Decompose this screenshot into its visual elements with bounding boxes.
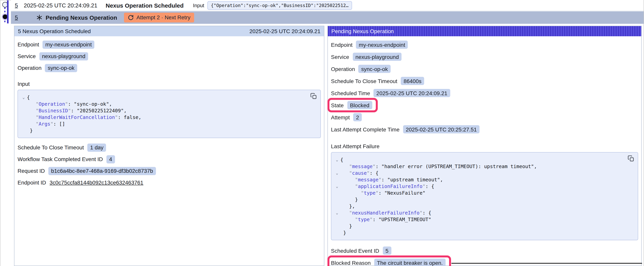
code-text: }: [27, 127, 33, 134]
field-row-operation: Operationsync-op-ok: [18, 62, 77, 74]
field-label: Scheduled Event ID: [331, 247, 379, 254]
copy-icon[interactable]: [310, 93, 317, 99]
field-row-operation: Operationsync-op-ok: [331, 63, 390, 75]
panel-title: Pending Nexus Operation: [331, 28, 394, 34]
code-gutter: [20, 127, 27, 134]
collapse-chevron-icon[interactable]: ⌄: [334, 209, 340, 216]
code-text: "BusinessID": "20250225122409",: [27, 107, 127, 114]
code-text: {: [27, 94, 30, 101]
code-line: "type": "NexusFailure": [334, 190, 627, 196]
field-label: Schedule To Close Timeout: [18, 144, 84, 151]
scheduled-panel-header: 5 Nexus Operation Scheduled 2025-02-25 U…: [14, 26, 324, 36]
field-value-chip: 2025-02-25 UTC 20:25:27.51: [403, 125, 480, 133]
field-row-endpoint: Endpointmy-nexus-endpoint: [18, 39, 94, 50]
event-id-link[interactable]: 5: [15, 15, 18, 21]
code-text: "cause": {: [340, 170, 378, 176]
code-gutter: [334, 163, 340, 170]
timeline-current-dot-icon: [2, 15, 7, 19]
code-text: {: [340, 156, 343, 163]
code-text: "HandlerWaitForCancellation": false,: [27, 114, 141, 121]
code-gutter: [20, 114, 27, 121]
code-text: "type": "NexusFailure": [340, 190, 426, 196]
field-row-last-attempt-complete-time: Last Attempt Complete Time2025-02-25 UTC…: [331, 123, 480, 135]
code-line: "Operation": "sync-op-ok",: [20, 101, 310, 107]
event-detail-panels: 5 Nexus Operation Scheduled 2025-02-25 U…: [14, 26, 642, 266]
field-label: Service: [331, 54, 349, 60]
timeline-selected-bar: [7, 1, 8, 24]
field-value-chip: my-nexus-endpoint: [356, 41, 408, 49]
field-value-chip: 86400s: [401, 77, 424, 85]
collapse-chevron-icon[interactable]: ⌄: [20, 94, 27, 101]
retry-icon: [128, 15, 134, 21]
field-label: Endpoint: [18, 41, 39, 48]
last-attempt-failure-label: Last Attempt Failure: [331, 142, 380, 150]
code-line: ⌄{: [334, 156, 627, 163]
code-line: ⌄ "nexusHandlerFailureInfo": {: [334, 209, 627, 216]
event-title: Nexus Operation Scheduled: [106, 2, 184, 9]
field-row-service: Servicenexus-playground: [331, 51, 402, 63]
code-gutter: [20, 101, 27, 107]
field-label: Request ID: [18, 168, 45, 174]
input-section-label: Input: [18, 80, 30, 88]
code-text: }: [340, 196, 358, 203]
field-label: Operation: [331, 66, 355, 72]
code-line: "BusinessID": "20250225122409",: [20, 107, 310, 114]
field-label: Service: [18, 53, 36, 59]
code-gutter: [334, 216, 340, 223]
failure-json-block: ⌄{ "message": "handler error (UPSTREAM_T…: [331, 152, 638, 240]
pending-panel-header: Pending Nexus Operation: [328, 26, 641, 36]
code-gutter: [334, 223, 340, 229]
field-row-request-id: Request IDb1c6a4bc-8ee7-468a-9169-df3b02…: [18, 165, 156, 177]
code-gutter: [334, 190, 340, 196]
collapse-chevron-icon[interactable]: ⌄: [334, 183, 340, 190]
field-row-service: Servicenexus-playground: [18, 50, 88, 62]
field-value-chip: 2: [354, 113, 362, 121]
field-row-workflow-task-completed-event-id: Workflow Task Completed Event ID4: [18, 153, 115, 165]
code-gutter: [334, 176, 340, 183]
field-label: Last Attempt Complete Time: [331, 126, 400, 132]
code-text: "type": "UPSTREAM_TIMEOUT": [340, 216, 431, 223]
code-text: "Args": []: [27, 121, 65, 127]
code-line: ⌄ "applicationFailureInfo": {: [334, 183, 627, 190]
panel-title: 5 Nexus Operation Scheduled: [18, 28, 91, 34]
code-line: }: [334, 229, 627, 236]
field-row-schedule-to-close-timeout: Schedule To Close Timeout1 day: [18, 142, 106, 153]
field-value-chip: Blocked: [347, 101, 372, 109]
field-row-endpoint-id: Endpoint ID3c0c75ccfa8144b092c13ce632463…: [18, 177, 143, 188]
code-line: ⌄{: [20, 94, 310, 101]
field-value-chip: 5: [383, 246, 392, 255]
input-label: Input: [193, 2, 204, 8]
field-row-state: StateBlocked: [331, 99, 372, 111]
field-value-chip: The circuit breaker is open.: [374, 258, 446, 266]
code-text: },: [340, 203, 355, 209]
field-value-chip: 4: [106, 155, 115, 163]
collapse-chevron-icon[interactable]: ⌄: [334, 170, 340, 176]
input-preview-chip: {"Operation":"sync-op-ok","BusinessID":"…: [208, 1, 352, 10]
field-value-link[interactable]: 3c0c75ccfa8144b092c13ce632463761: [50, 179, 143, 186]
code-line: }: [334, 196, 627, 203]
code-line: },: [334, 203, 627, 209]
event-id-link[interactable]: 5: [15, 2, 18, 9]
field-row-endpoint: Endpointmy-nexus-endpoint: [331, 39, 408, 51]
field-label: Schedule To Close Timeout: [331, 78, 397, 84]
event-row-scheduled[interactable]: 5 2025-02-25 UTC 20:24:09.21 Nexus Opera…: [11, 0, 644, 11]
code-gutter: [334, 203, 340, 209]
field-value-chip: nexus-playground: [352, 53, 402, 61]
field-label: Attempt: [331, 114, 350, 120]
collapse-chevron-icon[interactable]: ⌄: [334, 156, 340, 163]
field-label: Scheduled Time: [331, 90, 370, 96]
attempt-retry-label: Attempt 2 · Next Retry: [136, 15, 190, 21]
field-label: State: [331, 102, 344, 108]
code-gutter: [334, 196, 340, 203]
pending-operation-panel: Pending Nexus Operation Endpointmy-nexus…: [328, 26, 642, 266]
event-history-detail-view: 5 2025-02-25 UTC 20:24:09.21 Nexus Opera…: [0, 0, 644, 266]
code-gutter: [334, 229, 340, 236]
field-row-scheduled-time: Scheduled Time2025-02-25 UTC 20:24:09.21: [331, 87, 450, 99]
code-text: "applicationFailureInfo": {: [340, 183, 434, 190]
panel-timestamp: 2025-02-25 UTC 20:24:09.21: [250, 28, 320, 34]
code-text: "nexusHandlerFailureInfo": {: [340, 209, 431, 216]
code-line: "Args": []: [20, 121, 310, 127]
attempt-retry-badge[interactable]: Attempt 2 · Next Retry: [124, 13, 194, 23]
event-row-pending[interactable]: 5 Pending Nexus Operation Attempt 2 · Ne…: [11, 11, 644, 24]
copy-icon[interactable]: [628, 155, 634, 162]
